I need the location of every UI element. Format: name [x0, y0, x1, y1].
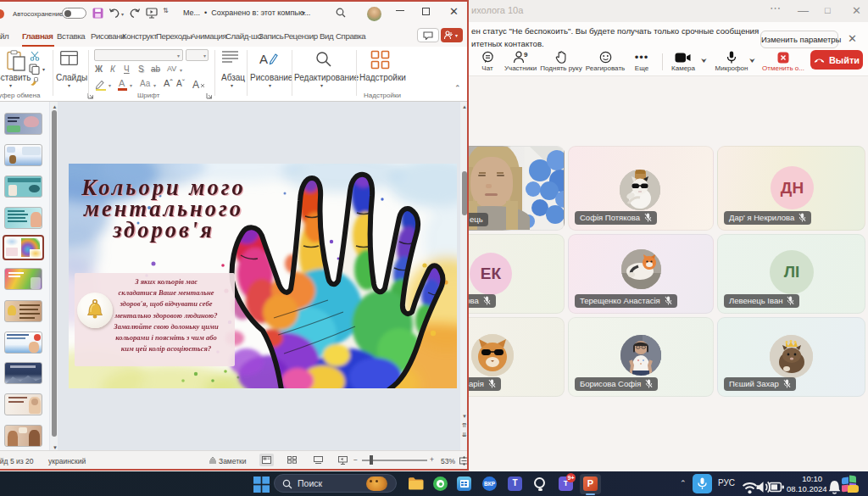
svg-text:А: А	[259, 52, 268, 66]
svg-text:9: 9	[524, 51, 528, 59]
svg-text:А: А	[192, 79, 199, 91]
